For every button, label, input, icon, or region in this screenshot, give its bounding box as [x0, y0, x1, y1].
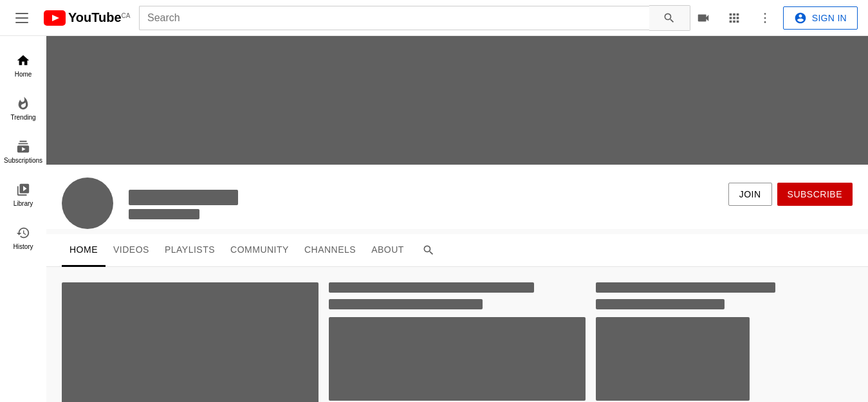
- sidebar-trending-label: Trending: [10, 114, 35, 121]
- header-right: SIGN IN: [690, 5, 858, 31]
- sidebar-item-history[interactable]: History: [0, 216, 46, 259]
- youtube-logo[interactable]: YouTubeCA: [44, 10, 130, 26]
- sign-in-button[interactable]: SIGN IN: [783, 6, 858, 30]
- channel-content-area: [46, 267, 868, 402]
- video-thumbnail-2: [596, 317, 750, 401]
- library-icon: [15, 182, 31, 197]
- channel-details: [129, 187, 238, 219]
- header: YouTubeCA: [0, 0, 868, 36]
- channel-tabs: HOME VIDEOS PLAYLISTS COMMUNITY CHANNELS…: [46, 234, 868, 267]
- more-options-button[interactable]: [752, 5, 778, 31]
- sidebar-item-home[interactable]: Home: [0, 44, 46, 87]
- channel-info-left: [62, 178, 238, 229]
- hamburger-menu-button[interactable]: [10, 8, 33, 28]
- youtube-play-icon: [44, 10, 66, 26]
- video-subtitle-2: [596, 299, 725, 309]
- join-button[interactable]: JOIN: [728, 183, 772, 206]
- tab-playlists[interactable]: PLAYLISTS: [157, 234, 223, 267]
- tab-about[interactable]: ABOUT: [364, 234, 412, 267]
- channel-banner: [46, 36, 868, 165]
- video-card-1[interactable]: [329, 282, 586, 401]
- sidebar-history-label: History: [13, 243, 33, 250]
- search-button[interactable]: [649, 5, 690, 31]
- channel-info-bar: JOIN SUBSCRIBE: [46, 165, 868, 229]
- search-icon: [663, 12, 676, 24]
- tab-search-button[interactable]: [417, 239, 440, 262]
- apps-grid-icon: [727, 11, 741, 25]
- sidebar-subscriptions-label: Subscriptions: [4, 157, 42, 164]
- header-left: YouTubeCA: [10, 8, 139, 28]
- svg-point-2: [764, 13, 766, 15]
- main-content: JOIN SUBSCRIBE HOME VIDEOS PLAYLISTS COM…: [46, 36, 868, 402]
- account-circle-icon: [794, 12, 807, 24]
- sidebar: Home Trending Subscriptions Library Hist…: [0, 36, 46, 402]
- channel-subscribers-placeholder: [129, 209, 199, 219]
- search-input[interactable]: [139, 6, 649, 30]
- sidebar-library-label: Library: [14, 200, 33, 207]
- sidebar-item-subscriptions[interactable]: Subscriptions: [0, 130, 46, 173]
- header-center: [139, 5, 690, 31]
- more-vert-icon: [758, 11, 772, 25]
- history-icon: [15, 225, 31, 241]
- video-title-1: [329, 282, 534, 293]
- upload-video-button[interactable]: [690, 5, 716, 31]
- channel-actions: JOIN SUBSCRIBE: [728, 178, 853, 206]
- video-subtitle-1: [329, 299, 483, 309]
- tab-search-icon: [422, 244, 435, 257]
- home-icon: [15, 53, 31, 68]
- video-info-1: [329, 282, 586, 312]
- channel-name-placeholder: [129, 190, 238, 205]
- video-info-2: [596, 282, 853, 312]
- tab-videos[interactable]: VIDEOS: [106, 234, 157, 267]
- svg-point-3: [764, 17, 766, 19]
- featured-video-thumbnail: [62, 282, 319, 402]
- apps-button[interactable]: [721, 5, 747, 31]
- subscribe-button[interactable]: SUBSCRIBE: [777, 183, 853, 206]
- sidebar-item-trending[interactable]: Trending: [0, 87, 46, 130]
- tab-community[interactable]: COMMUNITY: [223, 234, 297, 267]
- tab-home[interactable]: HOME: [62, 234, 106, 267]
- sidebar-item-library[interactable]: Library: [0, 173, 46, 216]
- tab-channels[interactable]: CHANNELS: [297, 234, 364, 267]
- svg-point-4: [764, 21, 766, 23]
- sign-in-label: SIGN IN: [812, 13, 847, 23]
- channel-avatar: [62, 178, 113, 229]
- video-card-2[interactable]: [596, 282, 853, 401]
- trending-icon: [15, 96, 31, 111]
- video-title-2: [596, 282, 775, 293]
- featured-video-card[interactable]: [62, 282, 319, 402]
- subscriptions-icon: [15, 139, 31, 154]
- video-camera-icon: [696, 11, 710, 25]
- youtube-wordmark: YouTubeCA: [68, 10, 130, 25]
- sidebar-home-label: Home: [15, 71, 32, 78]
- video-thumbnail-1: [329, 317, 586, 401]
